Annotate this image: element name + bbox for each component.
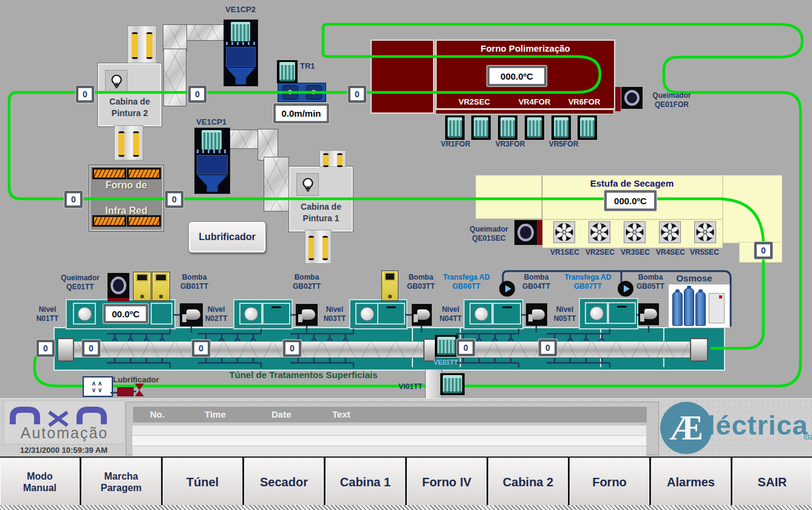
nav-cabina-2[interactable]: Cabina 2 [488,458,568,506]
alarm-row [132,446,646,456]
estufa-title: Estufa de Secagem [542,178,722,188]
cabina-pintura-1: Cabina dePintura 1 [288,166,353,232]
qe01sec-burner-icon [514,220,537,245]
dosing-pump-icon [133,272,151,301]
heater-strip [127,215,161,227]
vr1for-label: VR1FOR [438,140,473,149]
alarm-table-header: No. Time Date Text [132,406,647,423]
estufa-right-block [723,175,782,243]
ve1cp1-motor-icon [202,130,222,150]
counter-indicator: 0 [82,340,100,357]
alarm-col-text: Text [332,409,350,419]
level-indicator [585,302,608,324]
nav-tunel[interactable]: Túnel [163,458,242,506]
nxn-logo: Automação [4,401,125,444]
counter-indicator: 0 [539,339,557,356]
bomba-gb03tt-label: BombaGB03TT [401,273,440,291]
heater-strip [92,168,126,179]
vr5for-label: VR5FOR [546,140,581,149]
tunel-title: Túnel de Tratamentos Superficiais [199,370,408,381]
pump-icon [412,304,432,326]
tank-panel [608,302,636,324]
alarm-row [132,426,646,435]
nav-forno[interactable]: Forno [570,458,649,506]
ve1cp1-body [197,155,227,174]
ve1cp2-dust-collector [223,19,258,86]
lubrificador-button[interactable]: Lubrificador [188,221,266,253]
ve1cp2-hopper [226,67,255,84]
vr-motor-icon [578,115,597,140]
hanger-below-cabina1 [305,230,332,264]
nav-modo-manual[interactable]: ModoManual [0,458,80,506]
forno-infra-label: Forno deInfra Red [90,180,162,216]
forno-polimerizacao-left [370,40,434,114]
lubrificador-reservoir [117,387,134,396]
pipe-end-cap [690,338,708,362]
tank-tt2 [233,299,293,329]
pump-icon [638,303,659,325]
lamp-icon [105,70,128,92]
nivel-n02tt-label: NívelN02TT [199,305,233,323]
alarm-col-time: Time [205,409,226,419]
nivel-n04tt-label: NívelN04TT [434,305,468,323]
tank-tt5 [579,298,638,329]
pump-icon [526,303,547,326]
dosing-pump-icon [152,272,170,301]
lubrificador-label: Lubrificador [113,375,168,385]
alarm-table[interactable]: No. Time Date Text [126,402,659,455]
heater-strip [127,168,161,179]
queimador-qe01for-label: QueimadorQE01FOR [643,91,701,109]
queimador-qe01tt-label: QueimadorQE01TT [55,274,106,292]
vr-motor-icon [551,115,571,140]
vr-motor-icon [471,115,491,140]
vr-motor-icon [525,115,544,140]
aelectrica-monogram: Æ [660,402,712,454]
line-speed-display: 0.0m/min [273,103,329,123]
ve1cp2-motor-icon [231,22,250,41]
counter-indicator: 0 [36,340,55,357]
duct-ve1cp1-vertical [264,157,289,212]
counter-indicator: 0 [457,339,475,356]
qe01for-burner-icon [621,87,643,109]
osmose-cylinder [672,292,683,326]
bomba-gb05tt-label: BombaGB05TT [631,273,670,291]
nav-secador[interactable]: Secador [244,458,324,506]
duct-ve1cp2-vertical [163,49,186,106]
bomba-gb04tt-label: BombaGB04TT [517,273,556,291]
lamp-icon [296,173,319,196]
nav-button-bar: ModoManual MarchaParagem Túnel Secador C… [0,457,812,506]
fan-icon [694,221,716,243]
vr5sec-label: VR5SEC [686,248,723,257]
osmose-cylinder [684,288,694,326]
transfega-gb07tt-label: Transfega ADGB07TT [562,273,613,291]
ve1cp1-dots [197,150,227,153]
nav-alarmes[interactable]: Alarmes [651,458,731,506]
duct-ve1cp1-horizontal [229,129,262,149]
nivel-n05tt-label: NívelN05TT [548,305,582,323]
counter-indicator: 0 [754,242,773,259]
osmose-label: Osmose [672,273,717,284]
ve1cp2-body [226,47,255,66]
level-indicator [73,303,96,325]
nav-forno-iv[interactable]: Forno IV [407,458,486,506]
nav-sair[interactable]: SAIR [732,458,812,506]
hmi-screen: Cabina dePintura 2 Cabina dePintura 1 Fo… [0,0,812,510]
heater-strip [92,215,126,227]
brand-name: Automação [4,424,125,442]
aelectrica-suffix: lda [803,433,812,441]
vr6for-label: VR6FOR [567,97,602,106]
bomba-gb02tt-label: BombaGB02TT [287,273,326,291]
forno-polimerizacao-strip [435,109,614,114]
estufa-temp-display: 000.0ºC [604,190,657,211]
cabina-pintura-2: Cabina dePintura 2 [97,63,162,127]
footer-bar: Automação 12/31/2000 10:59:39 AM No. Tim… [0,398,812,457]
qe01sec-redbar [537,220,542,245]
alarm-col-date: Date [271,409,292,419]
nivel-n03tt-label: NívelN03TT [318,305,352,323]
alarm-row [132,436,646,446]
hanger-below-cabina2 [114,125,143,160]
nav-marcha-paragem[interactable]: MarchaParagem [81,458,161,506]
nav-cabina-1[interactable]: Cabina 1 [326,458,405,506]
vr2sec-label: VR2SEC [581,248,619,257]
dosing-pump-icon [381,271,398,301]
